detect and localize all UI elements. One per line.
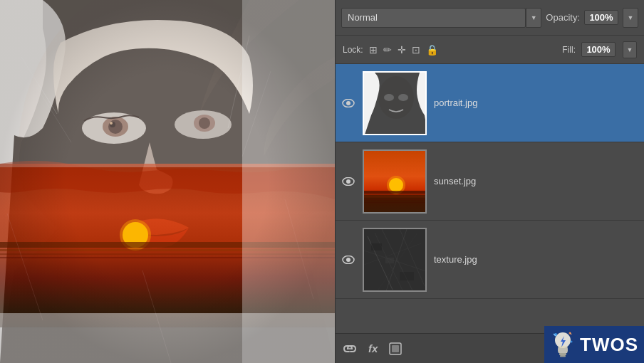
svg-point-30 [346,101,350,105]
all-lock-icon[interactable]: 🔒 [426,44,438,56]
svg-rect-44 [364,199,427,200]
svg-rect-59 [400,272,414,280]
lock-bar: Lock: ⊞ ✏ ✛ ⊡ 🔒 Fill: 100% [336,36,644,64]
twos-logo: TWOS [544,326,644,363]
mask-icon[interactable] [389,342,402,355]
layer-item[interactable]: sunset.jpg [336,142,644,221]
svg-rect-45 [364,202,427,203]
layer-thumbnail-sunset [363,149,427,214]
transform-lock-icon[interactable]: ⊡ [412,44,420,56]
layer-thumbnail-portrait [363,71,427,135]
layer-item[interactable]: texture.jpg [336,221,644,299]
fill-label: Fill: [562,45,576,55]
svg-rect-49 [364,229,427,292]
svg-rect-28 [0,0,335,363]
link-layers-icon[interactable] [343,343,357,354]
svg-line-71 [570,332,571,335]
svg-rect-58 [371,243,382,251]
bottom-toolbar: fx TWOS [336,333,644,363]
layer-name-sunset: sunset.jpg [434,176,638,186]
svg-rect-35 [364,73,427,135]
layer-item[interactable]: portrait.jpg [336,64,644,142]
svg-rect-66 [560,355,566,357]
svg-point-47 [346,258,350,262]
svg-point-37 [346,179,350,184]
lock-label: Lock: [343,45,363,55]
layer-thumbnail-texture [363,228,427,292]
svg-rect-60 [385,258,394,263]
layers-panel: Normal Opacity: 100% Lock: ⊞ ✏ ✛ ⊡ 🔒 Fil… [335,0,644,363]
opacity-dropdown-arrow[interactable] [623,8,638,28]
layers-list: portrait.jpg [336,64,644,333]
fill-value[interactable]: 100% [581,42,616,57]
move-lock-icon[interactable]: ✛ [398,44,406,56]
brush-lock-icon[interactable]: ✏ [383,44,392,56]
layer-visibility-sunset[interactable] [341,174,355,189]
svg-rect-41 [364,191,427,194]
opacity-label: Opacity: [546,12,580,23]
blend-mode-dropdown-arrow[interactable] [526,8,541,28]
svg-rect-65 [559,353,566,355]
twos-bulb-icon [550,330,576,359]
opacity-value[interactable]: 100% [584,10,618,25]
svg-rect-42 [364,195,427,214]
fill-dropdown-arrow[interactable] [623,41,637,58]
layer-visibility-texture[interactable] [341,253,355,267]
image-canvas [0,0,335,363]
twos-text: TWOS [580,334,638,356]
layer-visibility-portrait[interactable] [341,96,355,110]
layer-name-texture: texture.jpg [434,254,638,265]
fx-icon[interactable]: fx [368,342,378,354]
svg-rect-43 [364,196,427,198]
top-bar: Normal Opacity: 100% [336,0,644,36]
svg-rect-63 [392,345,399,352]
blend-mode-select[interactable]: Normal [341,8,526,28]
svg-point-69 [571,341,573,343]
layer-name-portrait: portrait.jpg [434,98,638,108]
checkerboard-lock-icon[interactable]: ⊞ [369,44,378,56]
